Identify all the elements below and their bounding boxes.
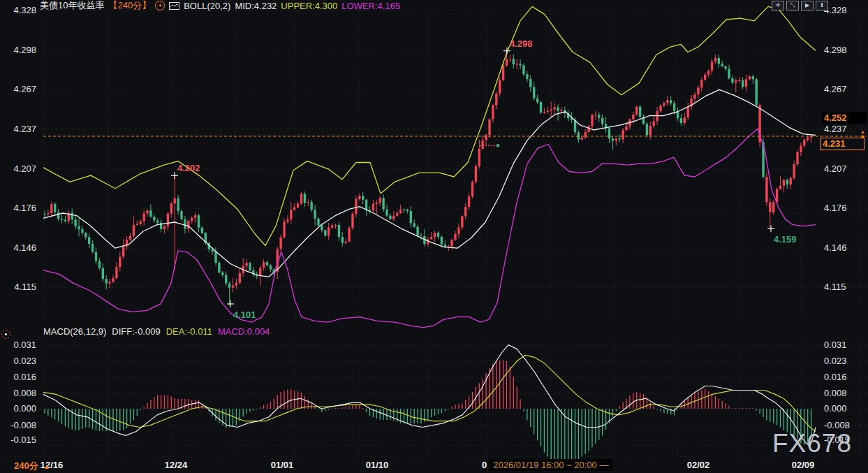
price-direction-marker-icon: ▲ ▲ [860, 130, 865, 138]
price-tick-label: 4.298 [7, 45, 36, 55]
price-extreme-annotation: 4.298 [510, 38, 533, 49]
macd-tick-label: 0.008 [3, 388, 36, 398]
time-axis-label: 12/24 [165, 460, 188, 470]
price-tick-label: 4.237 [824, 124, 847, 134]
macd-diff-value: DIFF:-0.009 [112, 326, 160, 337]
chart-canvas[interactable] [0, 0, 868, 473]
up-arrow-icon: ▲ [43, 463, 50, 470]
macd-tick-label: 0.000 [3, 403, 36, 414]
price-extreme-annotation: 4.159 [774, 234, 797, 245]
price-tick-label: 4.207 [7, 163, 36, 174]
price-extreme-annotation: 4.101 [233, 310, 256, 320]
macd-value: MACD:0.004 [218, 326, 270, 337]
macd-tick-label: 0.008 [824, 388, 847, 398]
annotation-cross-markers [171, 48, 774, 307]
macd-tick-label: -0.008 [3, 420, 36, 430]
macd-tick-label: 0.016 [824, 372, 847, 382]
chart-toolbar: ✛ ⤡ ▶ ⬆ [772, 1, 828, 10]
boll-mid-value: MID:4.232 [235, 1, 277, 11]
price-tick-label: 4.176 [7, 203, 36, 213]
export-button[interactable]: ⬆ [816, 1, 828, 10]
price-tick-label: 4.115 [824, 282, 846, 292]
price-extreme-annotation: 4.202 [177, 163, 200, 173]
period-tag[interactable]: 【240分】 [108, 0, 151, 12]
time-axis-label: 01/10 [366, 460, 389, 470]
last-price-badge: 4.231 [820, 138, 865, 150]
macd-tick-label: 0.000 [824, 403, 847, 414]
macd-tick-label: -0.015 [3, 435, 36, 445]
pan-tool-button[interactable]: ✛ [772, 1, 784, 10]
macd-dea-value: DEA:-0.011 [166, 326, 212, 337]
zoom-out-button[interactable]: ⤡ [786, 1, 799, 10]
boll-upper-value: UPPER:4.300 [281, 1, 337, 11]
macd-histogram [45, 360, 811, 467]
macd-diff-line [43, 345, 816, 446]
candles-layer [43, 50, 812, 305]
boll-mid-line [43, 89, 816, 277]
instrument-title: 美债10年收益率 [40, 0, 104, 12]
bar-time-tooltip: 0 2026/01/19 16:00 ~ 20:00 — [482, 459, 612, 471]
price-tick-label: 4.115 [7, 282, 36, 292]
boll-label: BOLL(20,2) [184, 1, 230, 11]
time-axis-label: 02/02 [687, 460, 710, 470]
macd-dea-line [43, 355, 816, 431]
fx678-watermark: FX678 [772, 429, 852, 458]
macd-indicator-bar: MACD(26,12,9) DIFF:-0.009 DEA:-0.011 MAC… [43, 326, 270, 337]
price-tick-label: 4.298 [824, 45, 847, 55]
macd-tick-label: 0.023 [3, 356, 36, 366]
boll-upper-line [43, 6, 816, 245]
kline-chart-icon[interactable] [169, 2, 179, 10]
bar-time-range: 2026/01/19 16:00 ~ 20:00 — [489, 459, 612, 471]
play-forward-button[interactable]: ▶ [801, 1, 814, 10]
time-axis-label: 02/09 [792, 460, 815, 470]
price-tick-label: 4.237 [7, 124, 36, 134]
macd-tick-label: 0.023 [824, 356, 847, 366]
boll-lower-value: LOWER:4.165 [341, 1, 400, 11]
price-tick-label: 4.267 [7, 84, 36, 94]
macd-tick-label: 0.016 [3, 372, 36, 382]
price-badge-high: 4.252 [822, 112, 867, 124]
price-tick-label: 4.328 [7, 5, 36, 15]
macd-tick-label: 0.031 [824, 340, 847, 350]
add-indicator-icon[interactable]: + [155, 1, 165, 10]
price-tick-label: 4.207 [824, 163, 847, 174]
macd-label: MACD(26,12,9) [43, 326, 106, 337]
kline-chart-app: 美债10年收益率 【240分】 + BOLL(20,2) MID:4.232 U… [0, 0, 868, 473]
price-tick-label: 4.176 [824, 203, 847, 213]
price-tick-label: 4.267 [824, 84, 847, 94]
time-axis-label: 01/01 [271, 460, 294, 470]
price-tick-label: 4.146 [7, 242, 36, 253]
macd-tick-label: 0.031 [3, 340, 36, 350]
price-tick-label: 4.146 [824, 242, 847, 253]
record-indicator-icon[interactable] [1, 330, 10, 339]
boll-lower-line [43, 129, 816, 327]
timeframe-indicator[interactable]: 240分 ▲ [14, 460, 50, 472]
main-indicator-bar: 美债10年收益率 【240分】 + BOLL(20,2) MID:4.232 U… [40, 0, 400, 11]
